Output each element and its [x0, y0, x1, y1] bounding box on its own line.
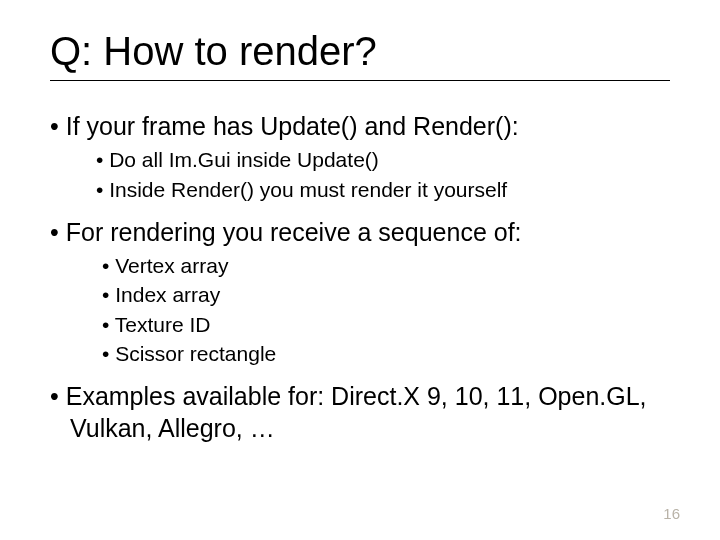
sub-bullet-item: Vertex array: [50, 252, 670, 279]
title-underline: [50, 80, 670, 81]
sub-bullet-item: Index array: [50, 281, 670, 308]
sub-bullet-item: Inside Render() you must render it yours…: [50, 176, 670, 203]
slide: Q: How to render? If your frame has Upda…: [0, 0, 720, 540]
sub-bullet-item: Do all Im.Gui inside Update(): [50, 146, 670, 173]
bullet-list: If your frame has Update() and Render():…: [50, 111, 670, 444]
page-number: 16: [663, 505, 680, 522]
sub-bullet-list: Vertex array Index array Texture ID Scis…: [50, 252, 670, 367]
sub-bullet-item: Texture ID: [50, 311, 670, 338]
slide-title: Q: How to render?: [50, 28, 670, 74]
bullet-item: If your frame has Update() and Render():: [50, 111, 670, 142]
sub-bullet-list: Do all Im.Gui inside Update() Inside Ren…: [50, 146, 670, 203]
bullet-item: Examples available for: Direct.X 9, 10, …: [50, 381, 670, 444]
sub-bullet-item: Scissor rectangle: [50, 340, 670, 367]
bullet-item: For rendering you receive a sequence of:: [50, 217, 670, 248]
